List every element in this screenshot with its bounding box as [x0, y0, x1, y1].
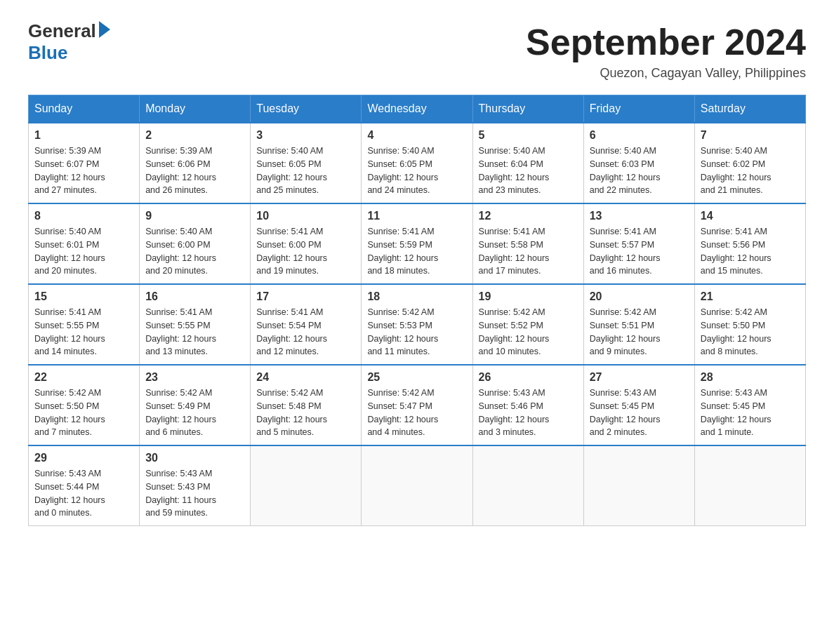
- sun-info: Sunrise: 5:41 AMSunset: 5:56 PMDaylight:…: [701, 227, 772, 276]
- sun-info: Sunrise: 5:42 AMSunset: 5:51 PMDaylight:…: [590, 307, 661, 356]
- sun-info: Sunrise: 5:41 AMSunset: 5:55 PMDaylight:…: [34, 307, 105, 356]
- table-row: 24 Sunrise: 5:42 AMSunset: 5:48 PMDaylig…: [251, 365, 362, 445]
- calendar-week-2: 8 Sunrise: 5:40 AMSunset: 6:01 PMDayligh…: [29, 203, 806, 284]
- day-number: 8: [34, 210, 133, 222]
- title-section: September 2024 Quezon, Cagayan Valley, P…: [526, 21, 806, 81]
- sun-info: Sunrise: 5:43 AMSunset: 5:45 PMDaylight:…: [701, 388, 772, 437]
- table-row: 28 Sunrise: 5:43 AMSunset: 5:45 PMDaylig…: [694, 365, 805, 445]
- calendar-table: Sunday Monday Tuesday Wednesday Thursday…: [28, 95, 806, 526]
- table-row: 21 Sunrise: 5:42 AMSunset: 5:50 PMDaylig…: [694, 284, 805, 365]
- sun-info: Sunrise: 5:40 AMSunset: 6:02 PMDaylight:…: [701, 146, 772, 195]
- day-number: 24: [256, 371, 355, 384]
- logo: General Blue: [28, 21, 110, 62]
- table-row: 25 Sunrise: 5:42 AMSunset: 5:47 PMDaylig…: [362, 365, 472, 445]
- col-tuesday: Tuesday: [251, 95, 362, 123]
- table-row: [472, 445, 583, 526]
- logo-arrow-icon: [99, 21, 110, 38]
- table-row: 29 Sunrise: 5:43 AMSunset: 5:44 PMDaylig…: [29, 445, 140, 526]
- sun-info: Sunrise: 5:43 AMSunset: 5:46 PMDaylight:…: [479, 388, 550, 437]
- table-row: 18 Sunrise: 5:42 AMSunset: 5:53 PMDaylig…: [362, 284, 472, 365]
- day-number: 1: [34, 129, 133, 142]
- sun-info: Sunrise: 5:40 AMSunset: 6:03 PMDaylight:…: [590, 146, 661, 195]
- day-number: 4: [367, 129, 466, 142]
- sun-info: Sunrise: 5:43 AMSunset: 5:44 PMDaylight:…: [34, 469, 105, 518]
- sun-info: Sunrise: 5:41 AMSunset: 5:59 PMDaylight:…: [367, 227, 438, 276]
- table-row: 23 Sunrise: 5:42 AMSunset: 5:49 PMDaylig…: [140, 365, 251, 445]
- table-row: 8 Sunrise: 5:40 AMSunset: 6:01 PMDayligh…: [29, 203, 140, 284]
- table-row: 12 Sunrise: 5:41 AMSunset: 5:58 PMDaylig…: [472, 203, 583, 284]
- calendar-week-1: 1 Sunrise: 5:39 AMSunset: 6:07 PMDayligh…: [29, 123, 806, 203]
- sun-info: Sunrise: 5:40 AMSunset: 6:05 PMDaylight:…: [367, 146, 438, 195]
- day-number: 21: [701, 290, 800, 303]
- sun-info: Sunrise: 5:41 AMSunset: 5:58 PMDaylight:…: [479, 227, 550, 276]
- sun-info: Sunrise: 5:41 AMSunset: 5:55 PMDaylight:…: [145, 307, 216, 356]
- table-row: 13 Sunrise: 5:41 AMSunset: 5:57 PMDaylig…: [583, 203, 694, 284]
- day-number: 7: [701, 129, 800, 142]
- day-number: 6: [590, 129, 689, 142]
- day-number: 20: [590, 290, 689, 303]
- table-row: 6 Sunrise: 5:40 AMSunset: 6:03 PMDayligh…: [583, 123, 694, 203]
- table-row: 5 Sunrise: 5:40 AMSunset: 6:04 PMDayligh…: [472, 123, 583, 203]
- logo-text: General: [28, 21, 96, 41]
- table-row: [583, 445, 694, 526]
- table-row: 10 Sunrise: 5:41 AMSunset: 6:00 PMDaylig…: [251, 203, 362, 284]
- day-number: 15: [34, 290, 133, 303]
- sun-info: Sunrise: 5:39 AMSunset: 6:06 PMDaylight:…: [145, 146, 216, 195]
- sun-info: Sunrise: 5:40 AMSunset: 6:01 PMDaylight:…: [34, 227, 105, 276]
- sun-info: Sunrise: 5:42 AMSunset: 5:48 PMDaylight:…: [256, 388, 327, 437]
- calendar-week-4: 22 Sunrise: 5:42 AMSunset: 5:50 PMDaylig…: [29, 365, 806, 445]
- calendar-week-5: 29 Sunrise: 5:43 AMSunset: 5:44 PMDaylig…: [29, 445, 806, 526]
- day-number: 13: [590, 210, 689, 222]
- table-row: 9 Sunrise: 5:40 AMSunset: 6:00 PMDayligh…: [140, 203, 251, 284]
- table-row: 4 Sunrise: 5:40 AMSunset: 6:05 PMDayligh…: [362, 123, 472, 203]
- sun-info: Sunrise: 5:42 AMSunset: 5:53 PMDaylight:…: [367, 307, 438, 356]
- table-row: [694, 445, 805, 526]
- day-number: 17: [256, 290, 355, 303]
- day-number: 18: [367, 290, 466, 303]
- location: Quezon, Cagayan Valley, Philippines: [526, 66, 806, 81]
- table-row: 11 Sunrise: 5:41 AMSunset: 5:59 PMDaylig…: [362, 203, 472, 284]
- sun-info: Sunrise: 5:39 AMSunset: 6:07 PMDaylight:…: [34, 146, 105, 195]
- day-number: 12: [479, 210, 578, 222]
- table-row: 16 Sunrise: 5:41 AMSunset: 5:55 PMDaylig…: [140, 284, 251, 365]
- day-number: 27: [590, 371, 689, 384]
- table-row: 27 Sunrise: 5:43 AMSunset: 5:45 PMDaylig…: [583, 365, 694, 445]
- day-number: 14: [701, 210, 800, 222]
- header-row: Sunday Monday Tuesday Wednesday Thursday…: [29, 95, 806, 123]
- table-row: 19 Sunrise: 5:42 AMSunset: 5:52 PMDaylig…: [472, 284, 583, 365]
- sun-info: Sunrise: 5:42 AMSunset: 5:50 PMDaylight:…: [34, 388, 105, 437]
- sun-info: Sunrise: 5:40 AMSunset: 6:00 PMDaylight:…: [145, 227, 216, 276]
- table-row: [251, 445, 362, 526]
- day-number: 11: [367, 210, 466, 222]
- sun-info: Sunrise: 5:41 AMSunset: 5:54 PMDaylight:…: [256, 307, 327, 356]
- sun-info: Sunrise: 5:40 AMSunset: 6:05 PMDaylight:…: [256, 146, 327, 195]
- col-wednesday: Wednesday: [362, 95, 472, 123]
- sun-info: Sunrise: 5:42 AMSunset: 5:52 PMDaylight:…: [479, 307, 550, 356]
- sun-info: Sunrise: 5:43 AMSunset: 5:45 PMDaylight:…: [590, 388, 661, 437]
- table-row: 1 Sunrise: 5:39 AMSunset: 6:07 PMDayligh…: [29, 123, 140, 203]
- sun-info: Sunrise: 5:41 AMSunset: 6:00 PMDaylight:…: [256, 227, 327, 276]
- calendar-week-3: 15 Sunrise: 5:41 AMSunset: 5:55 PMDaylig…: [29, 284, 806, 365]
- table-row: [362, 445, 472, 526]
- col-saturday: Saturday: [694, 95, 805, 123]
- logo-blue: Blue: [28, 43, 110, 63]
- day-number: 22: [34, 371, 133, 384]
- table-row: 2 Sunrise: 5:39 AMSunset: 6:06 PMDayligh…: [140, 123, 251, 203]
- table-row: 15 Sunrise: 5:41 AMSunset: 5:55 PMDaylig…: [29, 284, 140, 365]
- table-row: 3 Sunrise: 5:40 AMSunset: 6:05 PMDayligh…: [251, 123, 362, 203]
- table-row: 22 Sunrise: 5:42 AMSunset: 5:50 PMDaylig…: [29, 365, 140, 445]
- sun-info: Sunrise: 5:42 AMSunset: 5:47 PMDaylight:…: [367, 388, 438, 437]
- sun-info: Sunrise: 5:40 AMSunset: 6:04 PMDaylight:…: [479, 146, 550, 195]
- day-number: 23: [145, 371, 244, 384]
- day-number: 3: [256, 129, 355, 142]
- day-number: 9: [145, 210, 244, 222]
- col-monday: Monday: [140, 95, 251, 123]
- logo-general: General: [28, 20, 96, 41]
- day-number: 28: [701, 371, 800, 384]
- day-number: 29: [34, 452, 133, 464]
- day-number: 5: [479, 129, 578, 142]
- table-row: 20 Sunrise: 5:42 AMSunset: 5:51 PMDaylig…: [583, 284, 694, 365]
- day-number: 30: [145, 452, 244, 464]
- sun-info: Sunrise: 5:41 AMSunset: 5:57 PMDaylight:…: [590, 227, 661, 276]
- page-header: General Blue September 2024 Quezon, Caga…: [28, 21, 806, 81]
